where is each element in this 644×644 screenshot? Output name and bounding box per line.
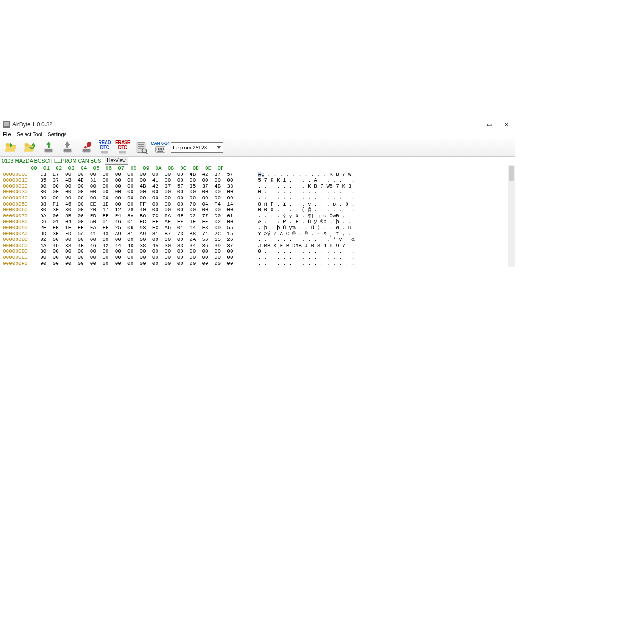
app-icon: [3, 121, 10, 128]
download-button[interactable]: [58, 140, 76, 156]
save-button[interactable]: [21, 140, 39, 156]
window-controls: — ▭ ✕: [464, 119, 515, 130]
chip-icon: [118, 150, 127, 155]
svg-rect-24: [158, 151, 163, 152]
chip-down-icon: [61, 141, 74, 154]
svg-rect-3: [64, 149, 71, 152]
menubar: File Select Tool Settings: [0, 130, 515, 139]
chip-icon: [100, 150, 109, 155]
can-label: CAN 6-14: [151, 141, 170, 146]
keyboard-icon: [155, 146, 165, 154]
minimize-button[interactable]: —: [464, 119, 481, 130]
hexview-button[interactable]: HexView: [105, 157, 128, 165]
svg-rect-6: [101, 151, 108, 154]
svg-rect-21: [160, 149, 161, 150]
eeprom-select-value: Eeprom 25128: [173, 145, 207, 150]
hex-scrollbar[interactable]: [508, 165, 515, 267]
toolbar: READ DTC ERASE DTC CAN 6-14 Eeprom 25128: [0, 139, 515, 157]
hex-viewer[interactable]: 00 01 02 03 04 05 06 07 08 09 0A 0B 0C 0…: [0, 165, 515, 267]
scroll-thumb[interactable]: [509, 166, 514, 181]
erase-dtc-button[interactable]: ERASE DTC: [114, 140, 131, 156]
svg-rect-11: [138, 148, 144, 149]
svg-rect-15: [158, 148, 159, 149]
folder-open-icon: [4, 141, 17, 154]
window-title: AirByte 1.0.0.32: [12, 121, 52, 128]
info-bar: 0103 MAZDA BOSCH EEPROM CAN BUS HexView: [0, 157, 515, 165]
svg-rect-17: [161, 148, 162, 149]
hex-content: 00 01 02 03 04 05 06 07 08 09 0A 0B 0C 0…: [0, 165, 515, 267]
close-button[interactable]: ✕: [498, 119, 515, 130]
svg-rect-7: [119, 151, 126, 154]
report-button[interactable]: [132, 140, 150, 156]
menu-file[interactable]: File: [3, 132, 11, 137]
folder-save-icon: [23, 141, 36, 154]
menu-select-tool[interactable]: Select Tool: [17, 132, 42, 137]
svg-rect-20: [158, 149, 159, 150]
write-button[interactable]: [77, 140, 95, 156]
svg-rect-18: [163, 148, 164, 149]
open-folder-button[interactable]: [2, 140, 20, 156]
module-info: 0103 MAZDA BOSCH EEPROM CAN BUS: [0, 158, 101, 164]
svg-rect-14: [157, 148, 157, 149]
menu-settings[interactable]: Settings: [48, 132, 66, 137]
titlebar[interactable]: AirByte 1.0.0.32 — ▭ ✕: [0, 119, 515, 130]
chip-write-icon: [80, 141, 93, 154]
report-icon: [134, 141, 148, 154]
eeprom-select[interactable]: Eeprom 25128: [171, 142, 223, 153]
read-dtc-label-2: DTC: [100, 145, 109, 150]
svg-rect-16: [160, 148, 161, 149]
svg-rect-19: [157, 149, 157, 150]
svg-rect-5: [83, 149, 90, 152]
upload-button[interactable]: [40, 140, 58, 156]
erase-dtc-label-2: DTC: [118, 145, 127, 150]
svg-rect-9: [138, 144, 144, 145]
can-selector[interactable]: CAN 6-14: [151, 141, 170, 154]
svg-rect-10: [138, 146, 144, 147]
svg-rect-22: [161, 149, 162, 150]
svg-rect-23: [163, 149, 164, 150]
maximize-button[interactable]: ▭: [481, 119, 498, 130]
read-dtc-button[interactable]: READ DTC: [96, 140, 113, 156]
application-window: AirByte 1.0.0.32 — ▭ ✕ File Select Tool …: [0, 119, 515, 267]
chip-up-icon: [42, 141, 55, 154]
svg-rect-1: [45, 149, 52, 152]
